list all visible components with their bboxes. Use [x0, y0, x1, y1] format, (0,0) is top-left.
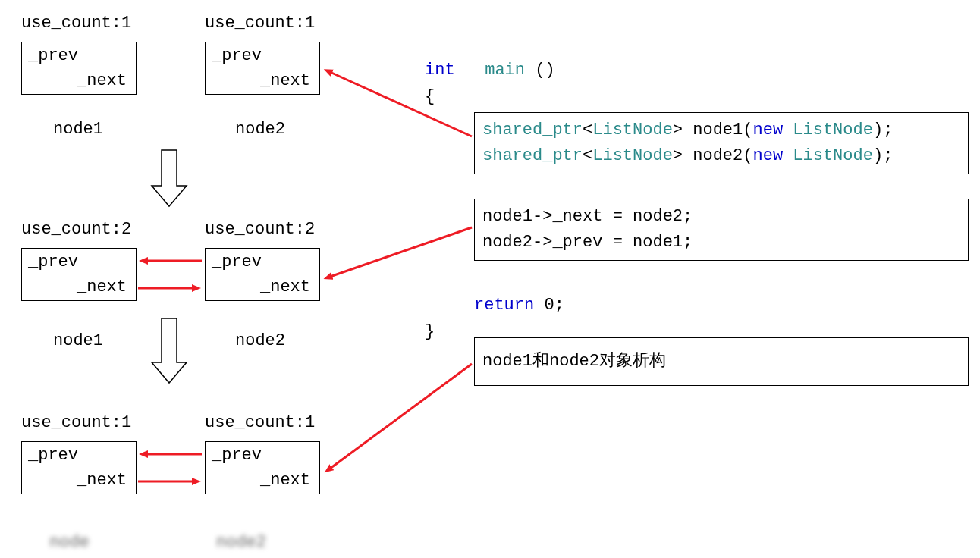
node-box-node1-s3: _prev _next: [21, 441, 137, 494]
node-box-node2-s2: _prev _next: [205, 248, 320, 301]
destruct-text: node1和node2对象析构: [482, 352, 666, 371]
code-line: node2->_prev = node1;: [482, 230, 960, 255]
prev-label: _prev: [212, 46, 262, 65]
next-label: _next: [260, 71, 310, 90]
keyword-new: new: [752, 146, 783, 165]
return-value: 0: [534, 296, 554, 315]
angle-close: >: [673, 146, 683, 165]
code-return: return 0;: [474, 296, 564, 315]
semicolon: ;: [883, 121, 893, 140]
var-node2: node2: [683, 146, 743, 165]
var-node1: node1: [683, 121, 743, 140]
keyword-new: new: [752, 121, 783, 140]
node-label: node1: [53, 331, 103, 350]
node-label: node1: [53, 120, 103, 139]
type-listnode: ListNode: [783, 146, 873, 165]
keyword-return: return: [474, 296, 534, 315]
next-label: _next: [77, 471, 127, 490]
code-signature: int main (): [425, 61, 555, 80]
type-listnode: ListNode: [592, 121, 673, 140]
node-box-node1-s2: _prev _next: [21, 248, 137, 301]
paren-close: ): [873, 121, 883, 140]
use-count-label: use_count:1: [21, 14, 131, 33]
type-listnode: ListNode: [783, 121, 873, 140]
next-label: _next: [77, 277, 127, 296]
type-sharedptr: shared_ptr: [482, 146, 583, 165]
semicolon: ;: [554, 296, 564, 315]
function-name: main: [485, 61, 525, 80]
arrows-overlay: [0, 0, 980, 558]
prev-label: _prev: [28, 252, 78, 271]
node-box-node2-s1: _prev _next: [205, 42, 320, 95]
brace-open: {: [425, 87, 435, 106]
use-count-label: use_count:2: [205, 220, 315, 239]
blurred-label: node: [49, 533, 90, 552]
keyword-int: int: [425, 61, 455, 80]
red-arrow: [330, 227, 472, 277]
prev-label: _prev: [28, 446, 78, 465]
paren-open: (: [743, 146, 752, 165]
semicolon: ;: [883, 146, 893, 165]
brace-close: }: [425, 322, 435, 341]
node-box-node1-s1: _prev _next: [21, 42, 137, 95]
code-line: shared_ptr<ListNode> node2(new ListNode)…: [482, 143, 960, 169]
node-box-node2-s3: _prev _next: [205, 441, 320, 494]
node-label: node2: [235, 120, 285, 139]
down-arrow-icon: [152, 150, 187, 206]
code-line: shared_ptr<ListNode> node1(new ListNode)…: [482, 118, 960, 143]
code-box-assignments: node1->_next = node2; node2->_prev = nod…: [474, 199, 969, 261]
angle-close: >: [673, 121, 683, 140]
down-arrow-icon: [152, 318, 187, 383]
use-count-label: use_count:2: [21, 220, 131, 239]
red-arrow: [330, 72, 472, 136]
paren-open: (: [743, 121, 752, 140]
prev-label: _prev: [28, 46, 78, 65]
prev-label: _prev: [212, 446, 262, 465]
next-label: _next: [260, 277, 310, 296]
blurred-label: node2: [216, 533, 266, 552]
code-box-destruct: node1和node2对象析构: [474, 337, 969, 386]
parens: (): [535, 61, 554, 80]
angle-open: <: [583, 146, 592, 165]
next-label: _next: [260, 471, 310, 490]
type-listnode: ListNode: [592, 146, 673, 165]
use-count-label: use_count:1: [205, 413, 315, 432]
next-label: _next: [77, 71, 127, 90]
red-arrow: [330, 364, 472, 469]
code-box-declarations: shared_ptr<ListNode> node1(new ListNode)…: [474, 112, 969, 174]
prev-label: _prev: [212, 252, 262, 271]
node-label: node2: [235, 331, 285, 350]
use-count-label: use_count:1: [205, 14, 315, 33]
use-count-label: use_count:1: [21, 413, 131, 432]
angle-open: <: [583, 121, 592, 140]
paren-close: ): [873, 146, 883, 165]
code-line: node1->_next = node2;: [482, 204, 960, 230]
type-sharedptr: shared_ptr: [482, 121, 583, 140]
